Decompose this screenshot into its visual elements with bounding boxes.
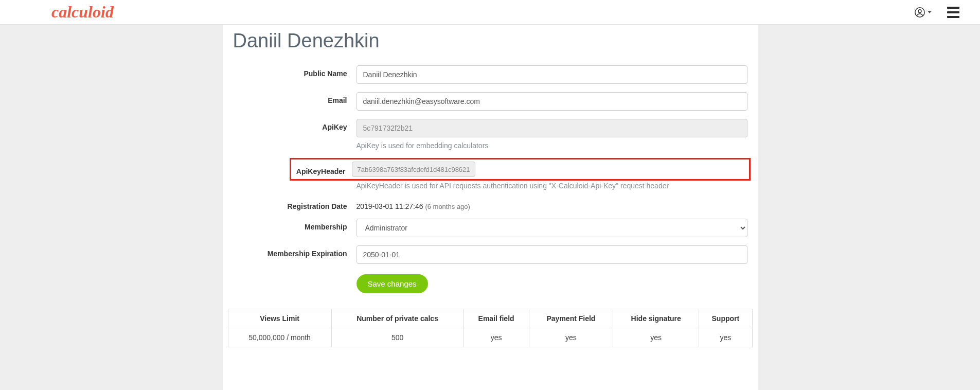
td-payment: yes bbox=[529, 328, 613, 347]
select-membership[interactable]: Administrator bbox=[357, 219, 747, 237]
row-apikeyheader: ApiKeyHeader bbox=[228, 158, 753, 181]
table-row: 50,000,000 / month 500 yes yes yes yes bbox=[228, 328, 752, 347]
th-hide: Hide signature bbox=[613, 309, 699, 328]
row-membership: Membership Administrator bbox=[228, 219, 753, 237]
help-apikeyheader: ApiKeyHeader is used for API requests au… bbox=[357, 182, 747, 190]
row-submit: Save changes bbox=[357, 274, 753, 293]
svg-point-1 bbox=[918, 9, 921, 12]
brand-logo[interactable]: calculoid bbox=[51, 3, 114, 22]
label-public-name: Public Name bbox=[228, 65, 357, 78]
topbar: calculoid bbox=[0, 0, 980, 25]
stats-table: Views Limit Number of private calcs Emai… bbox=[228, 309, 753, 347]
page-title: Daniil Denezhkin bbox=[228, 25, 753, 65]
table-head-row: Views Limit Number of private calcs Emai… bbox=[228, 309, 752, 328]
th-private: Number of private calcs bbox=[331, 309, 464, 328]
page-content: Daniil Denezhkin Public Name Email ApiKe… bbox=[223, 25, 758, 390]
td-private: 500 bbox=[331, 328, 464, 347]
th-payment: Payment Field bbox=[529, 309, 613, 328]
td-support: yes bbox=[699, 328, 752, 347]
td-hide: yes bbox=[613, 328, 699, 347]
user-menu[interactable] bbox=[914, 7, 932, 18]
topbar-right bbox=[914, 7, 959, 18]
caret-down-icon bbox=[928, 11, 932, 13]
label-email: Email bbox=[228, 92, 357, 104]
input-email[interactable] bbox=[357, 92, 747, 111]
hamburger-menu[interactable] bbox=[947, 7, 959, 18]
input-expiration[interactable] bbox=[357, 245, 747, 264]
input-public-name[interactable] bbox=[357, 65, 747, 84]
th-support: Support bbox=[699, 309, 752, 328]
label-expiration: Membership Expiration bbox=[228, 245, 357, 258]
th-views: Views Limit bbox=[228, 309, 331, 328]
row-email: Email bbox=[228, 92, 753, 111]
regdate-date: 2019-03-01 11:27:46 bbox=[357, 202, 423, 210]
save-button[interactable]: Save changes bbox=[357, 274, 428, 293]
row-regdate: Registration Date 2019-03-01 11:27:46 (6… bbox=[228, 198, 753, 210]
input-apikey bbox=[357, 119, 747, 137]
help-apikey: ApiKey is used for embedding calculators bbox=[357, 141, 747, 150]
row-apikey: ApiKey ApiKey is used for embedding calc… bbox=[228, 119, 753, 150]
value-regdate: 2019-03-01 11:27:46 (6 months ago) bbox=[357, 198, 747, 210]
label-membership: Membership bbox=[228, 219, 357, 231]
row-public-name: Public Name bbox=[228, 65, 753, 84]
apikeyheader-highlight: ApiKeyHeader bbox=[290, 158, 751, 181]
td-email: yes bbox=[464, 328, 529, 347]
label-apikey: ApiKey bbox=[228, 119, 357, 131]
regdate-ago: (6 months ago) bbox=[425, 203, 470, 210]
row-expiration: Membership Expiration bbox=[228, 245, 753, 264]
user-icon bbox=[914, 7, 925, 18]
label-apikeyheader: ApiKeyHeader bbox=[294, 163, 352, 175]
row-apikeyheader-help: ApiKeyHeader is used for API requests au… bbox=[228, 182, 753, 190]
td-views: 50,000,000 / month bbox=[228, 328, 331, 347]
th-email: Email field bbox=[464, 309, 529, 328]
input-apikeyheader bbox=[352, 162, 475, 177]
label-regdate: Registration Date bbox=[228, 198, 357, 210]
